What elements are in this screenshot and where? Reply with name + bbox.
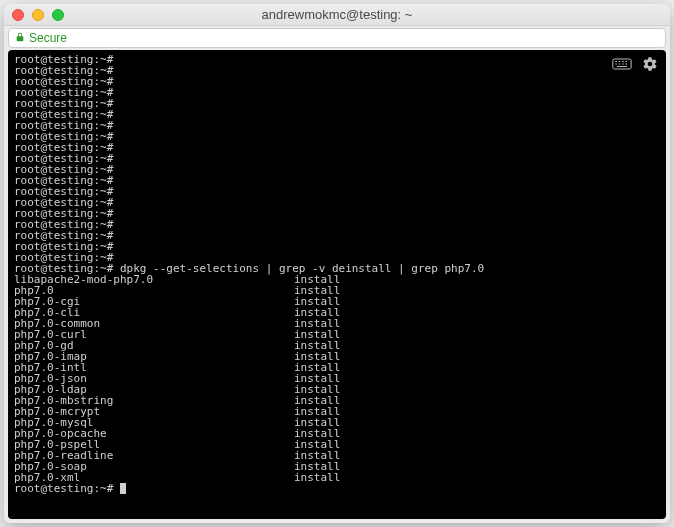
address-bar[interactable]: Secure <box>8 28 666 48</box>
package-status: install <box>294 471 340 484</box>
close-button[interactable] <box>12 9 24 21</box>
terminal-toolbar-icons <box>612 56 658 76</box>
titlebar[interactable]: andrewmokmc@testing: ~ <box>4 4 670 26</box>
traffic-lights <box>4 9 64 21</box>
terminal-window: andrewmokmc@testing: ~ Secure root@testi… <box>4 4 670 523</box>
lock-icon <box>15 32 25 44</box>
minimize-button[interactable] <box>32 9 44 21</box>
terminal-pane[interactable]: root@testing:~#root@testing:~#root@testi… <box>8 50 666 519</box>
cursor <box>120 483 126 494</box>
keyboard-icon[interactable] <box>612 56 632 76</box>
fullscreen-button[interactable] <box>52 9 64 21</box>
package-name: libapache2-mod-php7.0 <box>14 274 294 285</box>
window-title: andrewmokmc@testing: ~ <box>4 7 670 22</box>
gear-icon[interactable] <box>642 56 658 76</box>
terminal-output: root@testing:~#root@testing:~#root@testi… <box>14 54 660 494</box>
prompt-line-cursor: root@testing:~# <box>14 483 660 494</box>
secure-label: Secure <box>29 31 67 45</box>
